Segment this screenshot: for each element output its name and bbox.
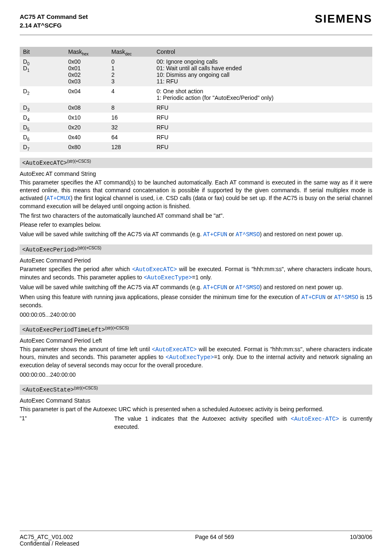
footer-rule [20, 530, 372, 531]
th-hex: Maskhex [65, 47, 108, 57]
param-value-row: “1“ The value 1 indicates that the Autoe… [20, 415, 372, 433]
table-row: D50x2032RFU [20, 122, 372, 132]
footer-left: AC75_ATC_V01.002 Confidential / Released [20, 534, 79, 547]
cell-hex: 0x08 [65, 103, 108, 113]
param-sup: (str)(+CSCS) [77, 246, 101, 250]
header-rule [20, 35, 372, 35]
cell-bit: D0D1 [20, 57, 65, 86]
link-at-cfun-3[interactable]: AT+CFUN [302, 294, 326, 301]
cell-dec: 16 [108, 113, 153, 122]
cell-dec: 64 [108, 132, 153, 142]
param-title-timeleft: AutoExec Command Period Left [20, 337, 372, 344]
param-sup: (str)(+CSCS) [67, 159, 91, 164]
link-autoexectype-1[interactable]: <AutoExecType> [144, 274, 192, 281]
param-desc-atc-1: This parameter specifies the AT command(… [20, 179, 372, 210]
table-row: D40x1016RFU [20, 113, 372, 122]
cell-control: 00: Ignore ongoing calls01: Wait until a… [153, 57, 372, 86]
cell-hex: 0x000x010x020x03 [65, 57, 108, 86]
cell-bit: D2 [20, 86, 65, 103]
cell-dec: 8 [108, 103, 153, 113]
link-at-cfun-1[interactable]: AT+CFUN [203, 231, 227, 238]
cell-hex: 0x80 [65, 142, 108, 152]
link-at-cfun-2[interactable]: AT+CFUN [203, 284, 227, 291]
cell-dec: 32 [108, 122, 153, 132]
param-title-period: AutoExec Command Period [20, 257, 372, 264]
page-footer: AC75_ATC_V01.002 Confidential / Released… [20, 530, 372, 547]
table-row: D30x088RFU [20, 103, 372, 113]
footer-mid: Page 64 of 569 [195, 534, 234, 547]
link-at-smso-3[interactable]: AT^SMSO [334, 294, 358, 301]
cell-dec: 0123 [108, 57, 153, 86]
param-name: <AutoExecState> [22, 387, 74, 393]
param-desc-atc-3: Please refer to examples below. [20, 221, 372, 229]
header-title-line1: AC75 AT Command Set [20, 13, 88, 20]
link-at-smso-1[interactable]: AT^SMSO [235, 231, 260, 238]
param-desc-state-1: This parameter is part of the Autoexec U… [20, 405, 372, 413]
param-desc-timeleft-1: This parameter shows the amount of time … [20, 345, 372, 370]
param-desc-atc-2: The first two characters of the automati… [20, 212, 372, 220]
link-autoexecatc-2[interactable]: <AutoExecATC> [152, 346, 197, 353]
cell-bit: D5 [20, 122, 65, 132]
cell-control: RFU [153, 142, 372, 152]
th-dec: Maskdec [108, 47, 153, 57]
cell-bit: D6 [20, 132, 65, 142]
param-bar-timeleft: <AutoExecPeriodTimeLeft>(str)(+CSCS) [20, 325, 372, 335]
cell-control: 0: One shot action1: Periodic action (fo… [153, 86, 372, 103]
param-bar-autoexecperiod: <AutoExecPeriod>(str)(+CSCS) [20, 244, 372, 255]
cell-dec: 128 [108, 142, 153, 152]
cell-dec: 4 [108, 86, 153, 103]
link-autoexectype-2[interactable]: <AutoExecType> [166, 354, 214, 361]
footer-right: 10/30/06 [350, 534, 373, 547]
table-row: D0D10x000x010x020x03012300: Ignore ongoi… [20, 57, 372, 86]
table-row: D20x0440: One shot action1: Periodic act… [20, 86, 372, 103]
param-name: <AutoExecATC> [22, 160, 67, 166]
cell-control: RFU [153, 122, 372, 132]
th-control: Control [153, 47, 372, 57]
table-row: D70x80128RFU [20, 142, 372, 152]
param-bar-autoexecatc: <AutoExecATC>(str)(+CSCS) [20, 158, 372, 168]
param-value-key: “1“ [20, 415, 110, 421]
cell-bit: D3 [20, 103, 65, 113]
cell-bit: D4 [20, 113, 65, 122]
th-bit: Bit [20, 47, 65, 57]
param-bar-state: <AutoExecState>(str)(+CSCS) [20, 385, 372, 395]
param-name: <AutoExecPeriod> [22, 246, 77, 253]
link-autoexecatc-1[interactable]: <AutoExecATC> [132, 266, 177, 273]
cell-control: RFU [153, 132, 372, 142]
param-desc-period-1: Parameter specifies the period after whi… [20, 265, 372, 282]
cell-hex: 0x40 [65, 132, 108, 142]
param-range-timeleft: 000:00:00...240:00:00 [20, 371, 372, 379]
param-value-desc: The value 1 indicates that the Autoexec … [114, 415, 372, 431]
table-row: D60x4064RFU [20, 132, 372, 142]
link-autoexec-atc[interactable]: <AutoExec-ATC> [291, 416, 339, 422]
param-title-atc: AutoExec AT command String [20, 170, 372, 177]
cell-control: RFU [153, 113, 372, 122]
link-at-smso-2[interactable]: AT^SMSO [235, 284, 260, 291]
param-desc-period-3: When using this feature with running jav… [20, 293, 372, 309]
param-desc-atc-4: Value will be saved while switching off … [20, 230, 372, 239]
cell-hex: 0x10 [65, 113, 108, 122]
param-desc-period-2: Value will be saved while switching off … [20, 283, 372, 292]
cell-hex: 0x20 [65, 122, 108, 132]
param-name: <AutoExecPeriodTimeLeft> [22, 327, 105, 333]
cell-control: RFU [153, 103, 372, 113]
cell-hex: 0x04 [65, 86, 108, 103]
bits-table: Bit Maskhex Maskdec Control D0D10x000x01… [20, 47, 372, 152]
brand-logo: SIEMENS [315, 12, 372, 25]
param-sup: (str)(+CSCS) [74, 386, 98, 390]
page-header: AC75 AT Command Set 2.14 AT^SCFG SIEMENS [20, 12, 372, 33]
param-range-period: 000:00:05...240:00:00 [20, 311, 372, 319]
param-sup: (str)(+CSCS) [105, 326, 129, 330]
link-at-cmux[interactable]: AT+CMUX [46, 195, 71, 202]
header-title: AC75 AT Command Set 2.14 AT^SCFG [20, 12, 88, 30]
param-title-state: AutoExec Command Status [20, 397, 372, 404]
cell-bit: D7 [20, 142, 65, 152]
header-title-line2: 2.14 AT^SCFG [20, 22, 62, 29]
